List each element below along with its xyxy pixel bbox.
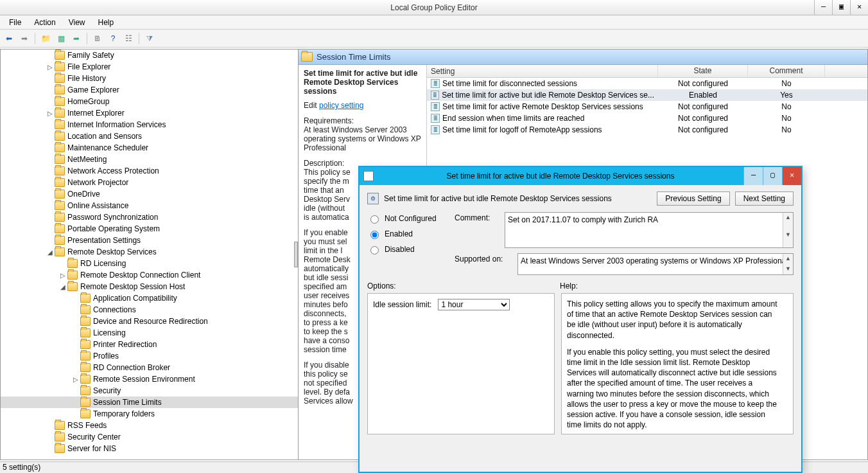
- idle-limit-select[interactable]: 1 hour: [438, 299, 510, 310]
- tree-item[interactable]: Profiles: [1, 350, 298, 362]
- tree-item[interactable]: NetMeeting: [1, 154, 298, 165]
- expander-icon[interactable]: ▷: [58, 272, 67, 279]
- tree-item-label: Licensing: [93, 328, 126, 337]
- titlebar: Local Group Policy Editor — ▣ ✕: [0, 0, 868, 15]
- dialog-maximize-button[interactable]: ▢: [763, 167, 782, 185]
- dialog-minimize-button[interactable]: —: [743, 167, 763, 185]
- setting-name: End session when time limits are reached: [442, 114, 584, 123]
- comment-field[interactable]: Set on 2017.11.07 to comply with Zurich …: [505, 212, 794, 248]
- tree-item[interactable]: ◢Remote Desktop Session Host: [1, 281, 298, 292]
- properties-button[interactable]: ☷: [122, 32, 135, 45]
- tree-item[interactable]: Password Synchronization: [1, 211, 298, 223]
- tree-item[interactable]: OneDrive: [1, 188, 298, 200]
- folder-icon: [55, 143, 65, 152]
- tree-item[interactable]: Security Center: [1, 431, 298, 443]
- tree-item[interactable]: Connections: [1, 304, 298, 316]
- tree-item[interactable]: Presentation Settings: [1, 235, 298, 246]
- help-box[interactable]: This policy setting allows you to specif…: [561, 293, 794, 434]
- filter-button[interactable]: ⧩: [143, 32, 156, 45]
- tree-item[interactable]: Game Explorer: [1, 84, 298, 96]
- tree-item[interactable]: Internet Information Services: [1, 119, 298, 130]
- menu-action[interactable]: Action: [28, 17, 62, 28]
- tree-item[interactable]: ▷Remote Desktop Connection Client: [1, 269, 298, 281]
- tree-item[interactable]: File History: [1, 73, 298, 84]
- list-row[interactable]: ≣Set time limit for logoff of RemoteApp …: [427, 124, 867, 136]
- tree-item[interactable]: RD Connection Broker: [1, 362, 298, 373]
- expander-icon[interactable]: ▷: [46, 110, 55, 117]
- up-button[interactable]: 📁: [39, 32, 52, 45]
- tree-item[interactable]: HomeGroup: [1, 96, 298, 107]
- minimize-button[interactable]: —: [814, 0, 832, 15]
- col-comment[interactable]: Comment: [748, 65, 825, 77]
- tree-item[interactable]: Device and Resource Redirection: [1, 316, 298, 327]
- tree-item[interactable]: Family Safety: [1, 49, 298, 61]
- tree-item[interactable]: ▷Remote Session Environment: [1, 373, 298, 385]
- expander-icon[interactable]: ▷: [71, 376, 80, 383]
- tree-item[interactable]: Licensing: [1, 327, 298, 339]
- tree-item[interactable]: Server for NIS: [1, 443, 298, 454]
- radio-disabled[interactable]: Disabled: [367, 244, 444, 254]
- list-row[interactable]: ≣Set time limit for disconnected session…: [427, 78, 867, 89]
- menu-file[interactable]: File: [3, 17, 28, 28]
- list-header: Setting State Comment: [427, 65, 867, 78]
- tree-item[interactable]: Network Access Protection: [1, 165, 298, 177]
- tree-item[interactable]: ▷File Explorer: [1, 61, 298, 73]
- radio-not-configured[interactable]: Not Configured: [367, 213, 444, 224]
- menu-help[interactable]: Help: [92, 17, 121, 28]
- setting-name: Set time limit for logoff of RemoteApp s…: [442, 125, 602, 134]
- policy-icon: ≣: [431, 102, 440, 111]
- tree-item-label: Family Safety: [67, 51, 114, 60]
- show-hide-tree-button[interactable]: ▦: [55, 32, 67, 45]
- splitter-handle[interactable]: ⋮: [294, 242, 298, 267]
- refresh-button[interactable]: 🗎: [91, 32, 104, 45]
- tree-item-label: Online Assistance: [67, 201, 128, 210]
- tree-item[interactable]: Session Time Limits: [1, 397, 298, 408]
- tree-item[interactable]: RSS Feeds: [1, 420, 298, 431]
- close-button[interactable]: ✕: [850, 0, 868, 15]
- dialog-heading: Set time limit for active but idle Remot…: [384, 194, 652, 203]
- tree-item[interactable]: Application Compatibility: [1, 292, 298, 304]
- setting-comment: No: [748, 114, 825, 123]
- tree-item[interactable]: Temporary folders: [1, 408, 298, 420]
- policy-icon: ≣: [431, 79, 440, 88]
- list-row[interactable]: ≣Set time limit for active but idle Remo…: [427, 89, 867, 101]
- navigation-tree[interactable]: ⋮ Family Safety▷File ExplorerFile Histor…: [0, 49, 299, 460]
- help-button[interactable]: ?: [107, 32, 119, 45]
- col-setting[interactable]: Setting: [427, 65, 658, 77]
- tree-item[interactable]: ▷Internet Explorer: [1, 107, 298, 119]
- dialog-titlebar[interactable]: Set time limit for active but idle Remot…: [360, 167, 801, 185]
- folder-icon: [80, 398, 91, 407]
- menu-view[interactable]: View: [62, 17, 92, 28]
- content-header: Session Time Limits: [299, 49, 867, 65]
- tree-item[interactable]: Network Projector: [1, 177, 298, 188]
- tree-item[interactable]: RD Licensing: [1, 258, 298, 269]
- list-row[interactable]: ≣Set time limit for active Remote Deskto…: [427, 101, 867, 112]
- previous-setting-button[interactable]: Previous Setting: [657, 192, 729, 206]
- edit-policy-link[interactable]: policy setting: [319, 101, 363, 110]
- tree-item[interactable]: Printer Redirection: [1, 339, 298, 350]
- export-button[interactable]: ➦: [70, 32, 83, 45]
- tree-item[interactable]: Security: [1, 385, 298, 397]
- next-setting-button[interactable]: Next Setting: [735, 192, 794, 206]
- expander-icon[interactable]: ◢: [46, 249, 55, 256]
- setting-comment: Yes: [748, 91, 825, 100]
- expander-icon[interactable]: ▷: [46, 64, 55, 71]
- tree-item[interactable]: Maintenance Scheduler: [1, 142, 298, 154]
- dialog-icon: [363, 171, 374, 181]
- radio-enabled[interactable]: Enabled: [367, 229, 444, 239]
- tree-item[interactable]: ◢Remote Desktop Services: [1, 246, 298, 258]
- col-state[interactable]: State: [658, 65, 748, 77]
- tree-item[interactable]: Portable Operating System: [1, 223, 298, 235]
- policy-icon: ≣: [431, 125, 440, 134]
- maximize-button[interactable]: ▣: [832, 0, 850, 15]
- dialog-close-button[interactable]: ✕: [782, 167, 801, 185]
- expander-icon[interactable]: ◢: [58, 283, 67, 290]
- folder-icon: [55, 433, 65, 442]
- tree-item[interactable]: Location and Sensors: [1, 130, 298, 142]
- back-button[interactable]: ⬅: [3, 32, 15, 45]
- tree-item-label: Remote Desktop Services: [67, 247, 157, 256]
- folder-icon: [80, 340, 91, 349]
- forward-button[interactable]: ➡: [18, 32, 31, 45]
- list-row[interactable]: ≣End session when time limits are reache…: [427, 112, 867, 124]
- tree-item[interactable]: Online Assistance: [1, 200, 298, 211]
